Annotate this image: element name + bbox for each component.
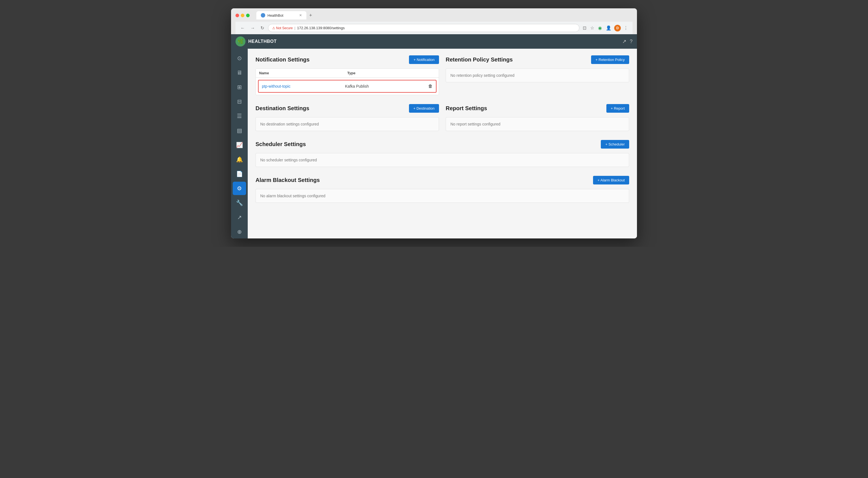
more-options-icon[interactable]: ⋮ xyxy=(622,24,629,32)
monitor-icon: 🖥 xyxy=(237,69,242,76)
notification-name-link[interactable]: ptp-without-topic xyxy=(262,84,345,88)
retention-empty-state: No retention policy setting configured xyxy=(446,68,629,82)
app-topbar: 🌿 HEALTHBOT ↗ ? xyxy=(231,34,637,49)
delete-notification-icon[interactable]: 🗑 xyxy=(428,84,433,89)
nav-back-button[interactable]: ← xyxy=(239,25,247,32)
retention-section-header: Retention Policy Settings + Retention Po… xyxy=(446,55,629,68)
sidebar-item-hierarchy[interactable]: ⊟ xyxy=(233,95,246,108)
brand-name: HEALTHBOT xyxy=(248,39,277,44)
sidebar-item-topology[interactable]: ⊞ xyxy=(233,81,246,94)
settings-icon: ⚙ xyxy=(237,185,242,192)
sidebar-item-tools[interactable]: 🔧 xyxy=(233,196,246,210)
brand-logo-icon: 🌿 xyxy=(238,38,244,44)
security-label: Not Secure xyxy=(276,26,293,30)
destination-empty-message: No destination settings configured xyxy=(260,122,319,126)
nav-right-icons: ⊡ ☆ ◉ 👤 D ⋮ xyxy=(582,24,629,32)
alarm-blackout-empty-message: No alarm blackout settings configured xyxy=(260,193,325,198)
alarm-blackout-section-header: Alarm Blackout Settings + Alarm Blackout xyxy=(255,176,629,189)
topology-icon: ⊞ xyxy=(237,84,242,90)
new-tab-button[interactable]: + xyxy=(306,11,315,20)
security-indicator: ⚠ Not Secure xyxy=(272,26,293,30)
cast-icon[interactable]: ⊡ xyxy=(582,24,587,32)
alarm-blackout-empty-state: No alarm blackout settings configured xyxy=(255,189,629,203)
home-icon: ⊙ xyxy=(237,55,242,61)
main-content: Notification Settings + Notification Nam… xyxy=(248,49,637,238)
add-destination-button[interactable]: + Destination xyxy=(409,104,439,113)
lifesaver-icon: ⊕ xyxy=(237,229,242,235)
sidebar-item-lifesaver[interactable]: ⊕ xyxy=(233,225,246,238)
scheduler-empty-message: No scheduler settings configured xyxy=(260,158,317,162)
external-link-icon[interactable]: ↗ xyxy=(622,38,626,44)
chart-icon: 📈 xyxy=(236,142,243,148)
file-icon: 📄 xyxy=(236,171,243,177)
list-icon: ☰ xyxy=(237,113,242,119)
traffic-light-fullscreen[interactable] xyxy=(246,13,250,17)
help-icon[interactable]: ? xyxy=(630,39,632,44)
browser-tab-active[interactable]: HealthBot ✕ xyxy=(256,11,306,20)
warning-icon: ⚠ xyxy=(272,26,275,30)
retention-section-title: Retention Policy Settings xyxy=(446,57,513,63)
user-avatar[interactable]: D xyxy=(614,25,621,31)
report-empty-message: No report settings configured xyxy=(451,122,500,126)
retention-empty-message: No retention policy setting configured xyxy=(451,73,514,78)
add-scheduler-button[interactable]: + Scheduler xyxy=(601,140,629,149)
sidebar-item-chart[interactable]: 📈 xyxy=(233,138,246,152)
traffic-light-close[interactable] xyxy=(236,13,239,17)
notification-table-row[interactable]: ptp-without-topic Kafka Publish 🗑 xyxy=(258,80,436,93)
scheduler-empty-state: No scheduler settings configured xyxy=(255,153,629,167)
topbar-right: ↗ ? xyxy=(622,38,632,44)
alarm-blackout-settings-section: Alarm Blackout Settings + Alarm Blackout… xyxy=(255,176,629,203)
profile-icon[interactable]: 👤 xyxy=(605,24,613,32)
export-icon: ↗ xyxy=(237,214,242,221)
brand-logo: 🌿 xyxy=(236,36,246,47)
report-section-header: Report Settings + Report xyxy=(446,104,629,117)
col-name-header: Name xyxy=(259,71,347,75)
sidebar-item-settings[interactable]: ⚙ xyxy=(233,182,246,195)
url-text: 172.26.138.139:8080/settings xyxy=(297,26,344,30)
sidebar-item-alert[interactable]: 🔔 xyxy=(233,153,246,166)
report-empty-state: No report settings configured xyxy=(446,117,629,131)
notification-type: Kafka Publish xyxy=(345,84,428,88)
extension-icon[interactable]: ◉ xyxy=(597,24,603,32)
tools-icon: 🔧 xyxy=(236,200,243,206)
traffic-light-minimize[interactable] xyxy=(241,13,244,17)
address-bar[interactable]: ⚠ Not Secure | 172.26.138.139:8080/setti… xyxy=(268,24,580,32)
app-brand: 🌿 HEALTHBOT xyxy=(236,36,277,47)
tab-favicon xyxy=(261,13,265,18)
add-notification-button[interactable]: + Notification xyxy=(409,55,439,64)
destination-settings-section: Destination Settings + Destination No de… xyxy=(255,104,439,131)
sidebar-item-list[interactable]: ☰ xyxy=(233,109,246,123)
alarm-blackout-section-title: Alarm Blackout Settings xyxy=(255,177,320,183)
nav-forward-button[interactable]: → xyxy=(249,25,257,32)
hierarchy-icon: ⊟ xyxy=(237,98,242,105)
bookmark-icon[interactable]: ☆ xyxy=(589,24,595,32)
nav-refresh-button[interactable]: ↻ xyxy=(259,24,266,32)
destination-empty-state: No destination settings configured xyxy=(255,117,439,131)
report-section-title: Report Settings xyxy=(446,105,487,112)
notification-table: Name Type ptp-without-topic Kafka Publis… xyxy=(255,68,439,95)
tab-close-button[interactable]: ✕ xyxy=(299,13,302,17)
col-type-header: Type xyxy=(347,71,435,75)
destination-section-header: Destination Settings + Destination xyxy=(255,104,439,117)
scheduler-settings-section: Scheduler Settings + Scheduler No schedu… xyxy=(255,140,629,167)
tab-title: HealthBot xyxy=(268,13,283,18)
add-alarm-blackout-button[interactable]: + Alarm Blackout xyxy=(593,176,629,184)
scheduler-section-header: Scheduler Settings + Scheduler xyxy=(255,140,629,153)
sidebar-item-export[interactable]: ↗ xyxy=(233,211,246,224)
url-separator: | xyxy=(294,26,295,30)
notification-section-title: Notification Settings xyxy=(255,57,309,63)
destination-section-title: Destination Settings xyxy=(255,105,309,112)
sidebar-item-file[interactable]: 📄 xyxy=(233,167,246,181)
sidebar-item-monitor[interactable]: 🖥 xyxy=(233,66,246,79)
scheduler-section-title: Scheduler Settings xyxy=(255,141,306,147)
add-report-button[interactable]: + Report xyxy=(607,104,629,113)
sidebar-item-home[interactable]: ⊙ xyxy=(233,52,246,65)
sidebar-item-document[interactable]: ▤ xyxy=(233,124,246,137)
document-icon: ▤ xyxy=(237,127,242,134)
alert-icon: 🔔 xyxy=(236,156,243,163)
report-settings-section: Report Settings + Report No report setti… xyxy=(446,104,629,131)
notification-section-header: Notification Settings + Notification xyxy=(255,55,439,68)
notification-settings-section: Notification Settings + Notification Nam… xyxy=(255,55,439,95)
add-retention-policy-button[interactable]: + Retention Policy xyxy=(591,55,629,64)
retention-policy-section: Retention Policy Settings + Retention Po… xyxy=(446,55,629,95)
